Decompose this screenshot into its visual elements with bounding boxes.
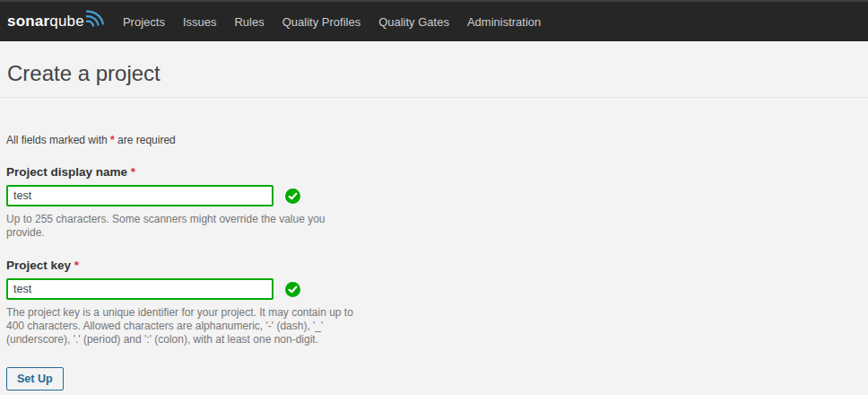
- project-display-name-input[interactable]: [6, 185, 273, 206]
- top-navbar: sonarqube Projects Issues Rules Quality …: [0, 0, 868, 41]
- help-line: provide.: [6, 226, 862, 240]
- check-circle-icon: [285, 282, 300, 297]
- project-display-name-label: Project display name *: [6, 165, 862, 180]
- required-fields-note: All fields marked with * are required: [6, 134, 862, 146]
- help-line: Up to 255 characters. Some scanners migh…: [6, 213, 862, 226]
- project-key-input[interactable]: [6, 278, 273, 300]
- page-title: Create a project: [7, 61, 861, 86]
- nav-item-quality-profiles[interactable]: Quality Profiles: [282, 15, 360, 29]
- label-text: Project display name: [6, 165, 127, 179]
- main-navigation: Projects Issues Rules Quality Profiles Q…: [123, 15, 541, 29]
- nav-item-rules[interactable]: Rules: [234, 15, 264, 29]
- project-display-name-field: Project display name * Up to 255 charact…: [6, 165, 862, 240]
- nav-item-issues[interactable]: Issues: [183, 15, 217, 29]
- input-row: [6, 278, 862, 300]
- sonar-waves-icon: [84, 10, 106, 34]
- project-display-name-help: Up to 255 characters. Some scanners migh…: [6, 213, 862, 240]
- project-key-help: The project key is a unique identifier f…: [6, 306, 862, 347]
- required-note-prefix: All fields marked with: [6, 134, 108, 146]
- required-asterisk: *: [74, 259, 79, 272]
- help-line: (underscore), '.' (period) and ':' (colo…: [6, 333, 862, 347]
- check-circle-icon: [285, 189, 300, 204]
- sonarqube-logo[interactable]: sonarqube: [7, 10, 106, 34]
- logo-text-qube: qube: [49, 13, 84, 31]
- nav-item-administration[interactable]: Administration: [467, 15, 541, 29]
- nav-item-quality-gates[interactable]: Quality Gates: [378, 15, 449, 29]
- logo-text-sonar: sonar: [7, 13, 49, 31]
- page-header: Create a project: [0, 41, 868, 98]
- create-project-form: All fields marked with * are required Pr…: [0, 134, 868, 391]
- required-asterisk: *: [131, 165, 135, 179]
- required-note-suffix: are required: [117, 134, 176, 146]
- required-asterisk: *: [110, 134, 115, 146]
- input-row: [6, 185, 862, 206]
- project-key-label: Project key *: [6, 259, 862, 273]
- set-up-button[interactable]: Set Up: [6, 367, 64, 391]
- help-line: 400 characters. Allowed characters are a…: [6, 320, 862, 333]
- nav-item-projects[interactable]: Projects: [123, 15, 165, 29]
- project-key-field: Project key * The project key is a uniqu…: [6, 259, 862, 347]
- help-line: The project key is a unique identifier f…: [6, 306, 862, 320]
- label-text: Project key: [6, 259, 71, 272]
